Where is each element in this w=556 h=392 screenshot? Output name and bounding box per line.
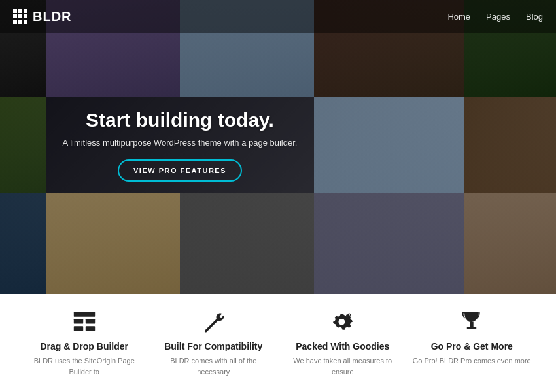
feature-compatibility: Built For Compatibility BLDR comes with … xyxy=(153,308,274,377)
hero-cell-9 xyxy=(464,97,556,193)
svg-rect-1 xyxy=(74,319,83,323)
svg-rect-3 xyxy=(74,326,83,331)
hero-title: Start building today. xyxy=(63,109,298,131)
feature-title-goodies: Packed With Goodies xyxy=(296,341,389,351)
hero-cta-button[interactable]: VIEW PRO FEATURES xyxy=(118,159,242,182)
gears-icon xyxy=(331,308,355,335)
feature-desc-drag: BLDR uses the SiteOrigin Page Builder to xyxy=(24,355,145,377)
hero-subtitle: A limitless multipurpose WordPress theme… xyxy=(63,138,298,148)
feature-goodies: Packed With Goodies We have taken all me… xyxy=(282,308,403,377)
feature-title-compat: Built For Compatibility xyxy=(164,341,262,351)
feature-drag-drop: Drag & Drop Builder BLDR uses the SiteOr… xyxy=(24,308,145,377)
grid-icon xyxy=(13,9,27,24)
nav-menu: Home Pages Blog xyxy=(447,10,543,22)
feature-title-drag: Drag & Drop Builder xyxy=(40,341,128,351)
hero-cell-10 xyxy=(0,193,46,294)
hero-cell-11 xyxy=(46,193,180,294)
feature-desc-compat: BLDR comes with all of the necessary xyxy=(153,355,274,377)
feature-title-gopro: Go Pro & Get More xyxy=(431,341,513,351)
hero-cell-8 xyxy=(314,97,464,193)
wrench-icon xyxy=(201,308,225,335)
hero-cell-6 xyxy=(0,97,46,193)
feature-desc-goodies: We have taken all measures to ensure xyxy=(282,355,403,377)
table-icon xyxy=(73,308,96,335)
svg-rect-7 xyxy=(467,327,476,329)
navbar: BLDR Home Pages Blog xyxy=(0,0,556,33)
feature-gopro: Go Pro & Get More Go Pro! BLDR Pro comes… xyxy=(411,308,532,367)
svg-rect-2 xyxy=(86,319,95,323)
feature-desc-gopro: Go Pro! BLDR Pro comes even more xyxy=(413,355,531,367)
nav-item-pages[interactable]: Pages xyxy=(486,10,510,22)
svg-rect-4 xyxy=(86,326,95,331)
hero-section: Start building today. A limitless multip… xyxy=(0,0,556,294)
nav-item-blog[interactable]: Blog xyxy=(526,10,543,22)
nav-link-home[interactable]: Home xyxy=(447,12,470,22)
nav-link-blog[interactable]: Blog xyxy=(526,12,543,22)
hero-cell-12 xyxy=(180,193,314,294)
brand-logo[interactable]: BLDR xyxy=(13,9,72,24)
nav-link-pages[interactable]: Pages xyxy=(486,12,510,22)
hero-cell-13 xyxy=(314,193,464,294)
trophy-icon xyxy=(460,308,483,335)
nav-item-home[interactable]: Home xyxy=(447,10,470,22)
svg-rect-0 xyxy=(74,312,95,317)
svg-rect-6 xyxy=(470,322,474,327)
hero-text: Start building today. A limitless multip… xyxy=(50,109,311,182)
hero-center-cell: Start building today. A limitless multip… xyxy=(46,97,314,193)
hero-cell-14 xyxy=(464,193,556,294)
features-section: Drag & Drop Builder BLDR uses the SiteOr… xyxy=(0,294,556,392)
brand-name: BLDR xyxy=(33,9,72,24)
